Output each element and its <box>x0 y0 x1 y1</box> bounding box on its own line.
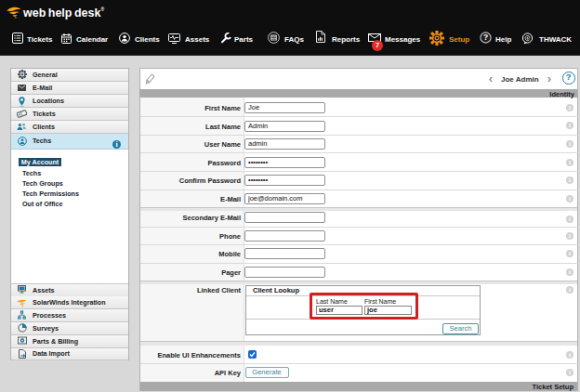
svg-text:?: ? <box>483 33 488 42</box>
